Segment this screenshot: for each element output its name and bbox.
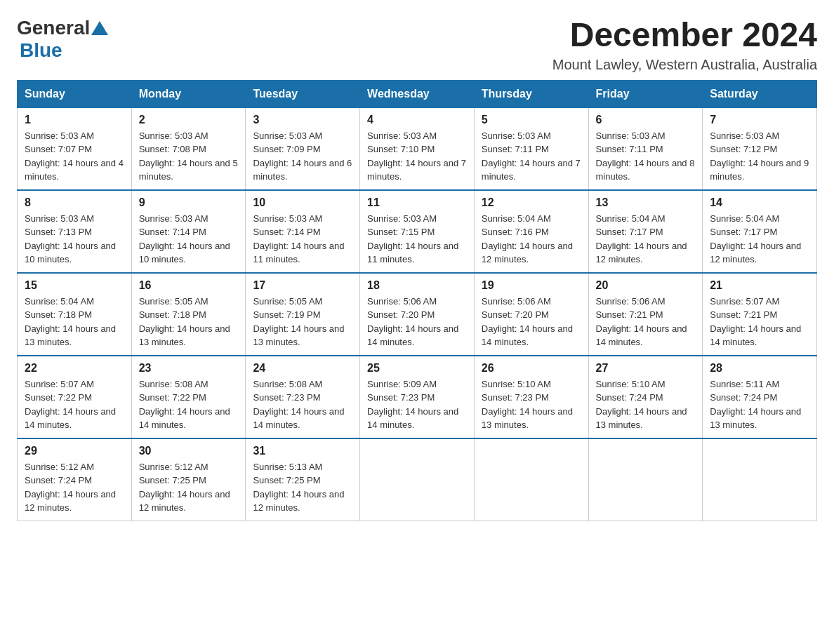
day-number: 5 [482,114,581,126]
day-number: 19 [482,279,581,292]
calendar-cell: 13 Sunrise: 5:04 AMSunset: 7:17 PMDaylig… [588,190,703,273]
calendar-cell [588,438,703,521]
calendar-cell: 31 Sunrise: 5:13 AMSunset: 7:25 PMDaylig… [246,438,360,521]
day-number: 11 [367,196,467,209]
day-info: Sunrise: 5:05 AMSunset: 7:18 PMDaylight:… [139,296,230,348]
day-info: Sunrise: 5:04 AMSunset: 7:17 PMDaylight:… [596,213,687,265]
day-info: Sunrise: 5:06 AMSunset: 7:20 PMDaylight:… [367,296,458,348]
day-number: 22 [25,362,124,375]
day-info: Sunrise: 5:08 AMSunset: 7:22 PMDaylight:… [139,379,230,431]
day-info: Sunrise: 5:07 AMSunset: 7:21 PMDaylight:… [710,296,801,348]
day-number: 20 [596,279,696,292]
calendar-cell: 22 Sunrise: 5:07 AMSunset: 7:22 PMDaylig… [18,356,132,438]
column-header-saturday: Saturday [703,80,817,107]
day-number: 18 [367,279,467,292]
day-info: Sunrise: 5:03 AMSunset: 7:13 PMDaylight:… [25,213,116,265]
logo: General Blue [17,17,110,62]
day-number: 6 [596,114,696,126]
day-info: Sunrise: 5:03 AMSunset: 7:07 PMDaylight:… [25,130,124,182]
calendar-cell: 23 Sunrise: 5:08 AMSunset: 7:22 PMDaylig… [131,356,246,438]
logo-blue-text: Blue [20,39,62,61]
calendar-cell: 28 Sunrise: 5:11 AMSunset: 7:24 PMDaylig… [703,356,817,438]
day-number: 24 [253,362,352,375]
day-number: 27 [596,362,696,375]
day-info: Sunrise: 5:10 AMSunset: 7:24 PMDaylight:… [596,379,687,431]
calendar-cell: 29 Sunrise: 5:12 AMSunset: 7:24 PMDaylig… [18,438,132,521]
day-number: 26 [482,362,581,375]
calendar-header-row: SundayMondayTuesdayWednesdayThursdayFrid… [18,80,817,107]
day-info: Sunrise: 5:12 AMSunset: 7:25 PMDaylight:… [139,462,230,514]
column-header-wednesday: Wednesday [360,80,475,107]
calendar-cell: 7 Sunrise: 5:03 AMSunset: 7:12 PMDayligh… [703,107,817,190]
calendar-cell: 1 Sunrise: 5:03 AMSunset: 7:07 PMDayligh… [18,107,132,190]
column-header-monday: Monday [131,80,246,107]
calendar-week-row: 22 Sunrise: 5:07 AMSunset: 7:22 PMDaylig… [18,356,817,438]
logo-triangle-icon [91,21,108,35]
calendar-cell: 3 Sunrise: 5:03 AMSunset: 7:09 PMDayligh… [246,107,360,190]
calendar-cell: 5 Sunrise: 5:03 AMSunset: 7:11 PMDayligh… [474,107,588,190]
day-info: Sunrise: 5:03 AMSunset: 7:15 PMDaylight:… [367,213,458,265]
logo-general-text: General [17,17,90,39]
day-info: Sunrise: 5:03 AMSunset: 7:12 PMDaylight:… [710,130,809,182]
calendar-cell: 14 Sunrise: 5:04 AMSunset: 7:17 PMDaylig… [703,190,817,273]
calendar-cell: 9 Sunrise: 5:03 AMSunset: 7:14 PMDayligh… [131,190,246,273]
calendar-cell: 27 Sunrise: 5:10 AMSunset: 7:24 PMDaylig… [588,356,703,438]
calendar-cell [703,438,817,521]
column-header-friday: Friday [588,80,703,107]
calendar-week-row: 8 Sunrise: 5:03 AMSunset: 7:13 PMDayligh… [18,190,817,273]
day-info: Sunrise: 5:04 AMSunset: 7:17 PMDaylight:… [710,213,801,265]
calendar-cell: 21 Sunrise: 5:07 AMSunset: 7:21 PMDaylig… [703,273,817,356]
day-number: 13 [596,196,696,209]
day-number: 15 [25,279,124,292]
calendar-cell [474,438,588,521]
day-info: Sunrise: 5:06 AMSunset: 7:20 PMDaylight:… [482,296,573,348]
day-info: Sunrise: 5:03 AMSunset: 7:10 PMDaylight:… [367,130,466,182]
day-info: Sunrise: 5:06 AMSunset: 7:21 PMDaylight:… [596,296,687,348]
page-header: General Blue December 2024 Mount Lawley,… [17,17,817,73]
day-number: 10 [253,196,352,209]
calendar-week-row: 29 Sunrise: 5:12 AMSunset: 7:24 PMDaylig… [18,438,817,521]
calendar-cell: 25 Sunrise: 5:09 AMSunset: 7:23 PMDaylig… [360,356,475,438]
day-info: Sunrise: 5:11 AMSunset: 7:24 PMDaylight:… [710,379,801,431]
day-number: 8 [25,196,124,209]
day-number: 17 [253,279,352,292]
calendar-cell: 26 Sunrise: 5:10 AMSunset: 7:23 PMDaylig… [474,356,588,438]
day-number: 28 [710,362,809,375]
day-number: 21 [710,279,809,292]
column-header-tuesday: Tuesday [246,80,360,107]
day-number: 30 [139,445,239,457]
day-number: 3 [253,114,352,126]
day-number: 12 [482,196,581,209]
calendar-cell: 6 Sunrise: 5:03 AMSunset: 7:11 PMDayligh… [588,107,703,190]
day-number: 23 [139,362,239,375]
calendar-cell: 24 Sunrise: 5:08 AMSunset: 7:23 PMDaylig… [246,356,360,438]
day-info: Sunrise: 5:03 AMSunset: 7:08 PMDaylight:… [139,130,238,182]
calendar-cell: 4 Sunrise: 5:03 AMSunset: 7:10 PMDayligh… [360,107,475,190]
day-info: Sunrise: 5:03 AMSunset: 7:11 PMDaylight:… [596,130,695,182]
day-info: Sunrise: 5:12 AMSunset: 7:24 PMDaylight:… [25,462,116,514]
calendar-cell [360,438,475,521]
day-info: Sunrise: 5:05 AMSunset: 7:19 PMDaylight:… [253,296,344,348]
day-number: 1 [25,114,124,126]
calendar-cell: 18 Sunrise: 5:06 AMSunset: 7:20 PMDaylig… [360,273,475,356]
calendar-cell: 12 Sunrise: 5:04 AMSunset: 7:16 PMDaylig… [474,190,588,273]
day-number: 9 [139,196,239,209]
day-number: 2 [139,114,239,126]
day-info: Sunrise: 5:08 AMSunset: 7:23 PMDaylight:… [253,379,344,431]
title-section: December 2024 Mount Lawley, Western Aust… [552,17,817,73]
day-number: 4 [367,114,467,126]
day-info: Sunrise: 5:09 AMSunset: 7:23 PMDaylight:… [367,379,458,431]
day-number: 31 [253,445,352,457]
calendar-cell: 2 Sunrise: 5:03 AMSunset: 7:08 PMDayligh… [131,107,246,190]
day-info: Sunrise: 5:04 AMSunset: 7:18 PMDaylight:… [25,296,116,348]
day-info: Sunrise: 5:03 AMSunset: 7:14 PMDaylight:… [139,213,230,265]
day-number: 25 [367,362,467,375]
day-info: Sunrise: 5:04 AMSunset: 7:16 PMDaylight:… [482,213,573,265]
calendar-cell: 11 Sunrise: 5:03 AMSunset: 7:15 PMDaylig… [360,190,475,273]
day-info: Sunrise: 5:10 AMSunset: 7:23 PMDaylight:… [482,379,573,431]
month-title: December 2024 [552,17,817,54]
day-info: Sunrise: 5:03 AMSunset: 7:14 PMDaylight:… [253,213,344,265]
logo-text: General [17,17,110,39]
calendar-cell: 30 Sunrise: 5:12 AMSunset: 7:25 PMDaylig… [131,438,246,521]
day-number: 14 [710,196,809,209]
